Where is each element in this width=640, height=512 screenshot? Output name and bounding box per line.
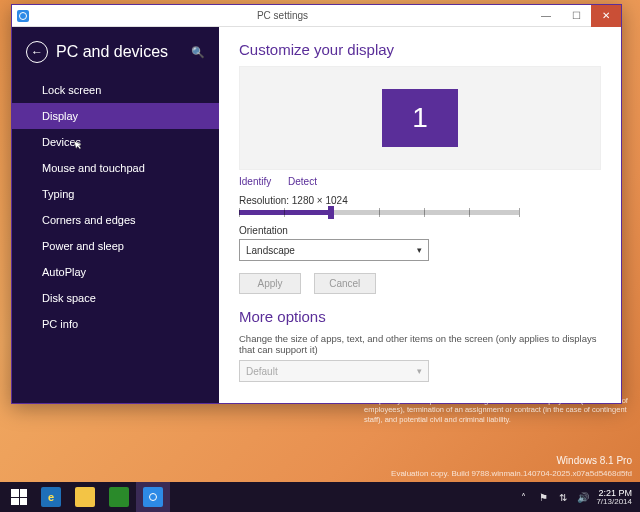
desktop-legal-text: disciplinary action up to and including … <box>364 396 634 424</box>
display-preview-area[interactable]: 1 <box>239 66 601 170</box>
titlebar-app-icon <box>12 5 34 27</box>
titlebar: PC settings — ☐ ✕ <box>12 5 621 27</box>
display-monitor-1[interactable]: 1 <box>382 89 458 147</box>
scaling-value: Default <box>246 366 278 377</box>
windows-logo-icon <box>11 489 27 505</box>
scaling-help-text: Change the size of apps, text, and other… <box>239 333 601 355</box>
desktop: PC settings — ☐ ✕ ← PC and devices 🔍 Loc… <box>0 0 640 512</box>
orientation-label: Orientation <box>239 225 601 236</box>
close-button[interactable]: ✕ <box>591 5 621 27</box>
desktop-build-text: Evaluation copy. Build 9788.winmain.1407… <box>391 469 632 478</box>
taskbar-file-explorer[interactable] <box>68 482 102 512</box>
chevron-down-icon: ▾ <box>417 245 422 255</box>
identify-link[interactable]: Identify <box>239 176 271 187</box>
scaling-select[interactable]: Default ▾ <box>239 360 429 382</box>
system-tray: ˄ ⚑ ⇅ 🔊 2:21 PM 7/13/2014 <box>516 489 636 506</box>
detect-link[interactable]: Detect <box>288 176 317 187</box>
tray-volume-icon[interactable]: 🔊 <box>576 492 590 503</box>
page-title: Customize your display <box>239 41 601 58</box>
taskbar-pc-settings[interactable] <box>136 482 170 512</box>
back-button[interactable]: ← <box>26 41 48 63</box>
sidebar-item-power-sleep[interactable]: Power and sleep <box>12 233 219 259</box>
sidebar-item-mouse-touchpad[interactable]: Mouse and touchpad <box>12 155 219 181</box>
tray-network-icon[interactable]: ⇅ <box>556 492 570 503</box>
resolution-value: 1280 × 1024 <box>292 195 348 206</box>
sidebar-title: PC and devices <box>56 43 191 61</box>
slider-thumb-icon[interactable] <box>328 206 334 219</box>
folder-icon <box>75 487 95 507</box>
sidebar-item-display[interactable]: Display <box>12 103 219 129</box>
chevron-down-icon: ▾ <box>417 366 422 376</box>
slider-fill <box>239 210 331 215</box>
sidebar-item-autoplay[interactable]: AutoPlay <box>12 259 219 285</box>
maximize-button[interactable]: ☐ <box>561 5 591 27</box>
sidebar-item-lock-screen[interactable]: Lock screen <box>12 77 219 103</box>
sidebar-item-corners-edges[interactable]: Corners and edges <box>12 207 219 233</box>
pc-settings-window: PC settings — ☐ ✕ ← PC and devices 🔍 Loc… <box>11 4 622 404</box>
back-arrow-icon: ← <box>31 46 43 58</box>
apply-button[interactable]: Apply <box>239 273 301 294</box>
tray-chevron-up-icon[interactable]: ˄ <box>516 492 530 503</box>
tray-action-center-icon[interactable]: ⚑ <box>536 492 550 503</box>
main-content: Customize your display 1 Identify Detect… <box>219 27 621 403</box>
taskbar-clock[interactable]: 2:21 PM 7/13/2014 <box>596 489 632 506</box>
sidebar-item-pc-info[interactable]: PC info <box>12 311 219 337</box>
resolution-label: Resolution: 1280 × 1024 <box>239 195 601 206</box>
sidebar: ← PC and devices 🔍 Lock screen Display D… <box>12 27 219 403</box>
store-icon <box>109 487 129 507</box>
sidebar-item-disk-space[interactable]: Disk space <box>12 285 219 311</box>
titlebar-title: PC settings <box>34 10 531 21</box>
taskbar-ie[interactable]: e <box>34 482 68 512</box>
search-icon[interactable]: 🔍 <box>191 46 205 59</box>
orientation-select[interactable]: Landscape ▾ <box>239 239 429 261</box>
sidebar-list: Lock screen Display Devices Mouse and to… <box>12 77 219 337</box>
sidebar-item-typing[interactable]: Typing <box>12 181 219 207</box>
taskbar-store[interactable] <box>102 482 136 512</box>
cancel-button[interactable]: Cancel <box>314 273 376 294</box>
minimize-button[interactable]: — <box>531 5 561 27</box>
orientation-value: Landscape <box>246 245 295 256</box>
sidebar-item-devices[interactable]: Devices <box>12 129 219 155</box>
desktop-brand-text: Windows 8.1 Pro <box>556 455 632 466</box>
start-button[interactable] <box>4 482 34 512</box>
more-options-header: More options <box>239 308 601 325</box>
resolution-slider[interactable] <box>239 210 519 215</box>
taskbar[interactable]: e ˄ ⚑ ⇅ 🔊 2:21 PM 7/13/2014 <box>0 482 640 512</box>
